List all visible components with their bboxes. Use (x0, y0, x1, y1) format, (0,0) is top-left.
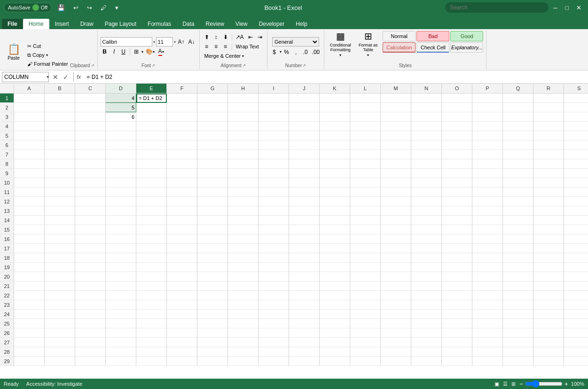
cell-S1[interactable] (564, 93, 588, 103)
cell-S7[interactable] (564, 150, 588, 159)
cell-S17[interactable] (564, 244, 588, 253)
cell-B24[interactable] (45, 310, 75, 319)
cell-J8[interactable] (289, 159, 320, 169)
cell-F8[interactable] (167, 159, 197, 169)
cell-C15[interactable] (75, 225, 106, 234)
cell-S21[interactable] (564, 281, 588, 291)
font-name-dropdown-icon[interactable]: ▾ (153, 40, 155, 44)
cell-I26[interactable] (259, 328, 289, 338)
cell-A27[interactable] (14, 338, 45, 347)
cell-K14[interactable] (320, 216, 350, 225)
cell-N9[interactable] (411, 169, 442, 178)
cell-B5[interactable] (45, 131, 75, 140)
cell-I22[interactable] (259, 291, 289, 300)
cell-D19[interactable] (106, 263, 136, 272)
cell-L26[interactable] (350, 328, 381, 338)
cell-E18[interactable] (136, 253, 167, 263)
cell-L28[interactable] (350, 347, 381, 357)
cell-J27[interactable] (289, 338, 320, 347)
cell-S3[interactable] (564, 112, 588, 122)
italic-button[interactable]: I (110, 47, 118, 56)
cell-L25[interactable] (350, 319, 381, 328)
cell-H29[interactable] (228, 357, 259, 366)
cell-R9[interactable] (533, 169, 564, 178)
cell-K26[interactable] (320, 328, 350, 338)
col-header-E[interactable]: E (136, 84, 167, 93)
font-color-button[interactable]: A ▾ (157, 47, 165, 56)
cell-G17[interactable] (197, 244, 228, 253)
cell-D14[interactable] (106, 216, 136, 225)
cell-R27[interactable] (533, 338, 564, 347)
cell-C29[interactable] (75, 357, 106, 366)
row-num-3[interactable]: 3 (0, 112, 14, 122)
row-num-22[interactable]: 22 (0, 291, 14, 300)
cell-B21[interactable] (45, 281, 75, 291)
cell-E23[interactable] (136, 300, 167, 310)
cell-P23[interactable] (472, 300, 503, 310)
cell-M2[interactable] (381, 103, 411, 112)
cell-R10[interactable] (533, 178, 564, 187)
cell-G24[interactable] (197, 310, 228, 319)
autosave-info-button[interactable]: 🖊 (98, 3, 110, 12)
cell-F2[interactable] (167, 103, 197, 112)
col-header-C[interactable]: C (75, 84, 106, 93)
cell-S16[interactable] (564, 234, 588, 244)
cell-E10[interactable] (136, 178, 167, 187)
row-num-15[interactable]: 15 (0, 225, 14, 234)
cell-D18[interactable] (106, 253, 136, 263)
col-header-J[interactable]: J (289, 84, 320, 93)
cell-R12[interactable] (533, 197, 564, 206)
formula-input[interactable] (85, 74, 586, 80)
cell-A15[interactable] (14, 225, 45, 234)
cell-G10[interactable] (197, 178, 228, 187)
cell-L18[interactable] (350, 253, 381, 263)
cell-E22[interactable] (136, 291, 167, 300)
cell-L13[interactable] (350, 206, 381, 216)
cell-D13[interactable] (106, 206, 136, 216)
cell-F17[interactable] (167, 244, 197, 253)
cell-C23[interactable] (75, 300, 106, 310)
row-num-4[interactable]: 4 (0, 122, 14, 131)
cell-N25[interactable] (411, 319, 442, 328)
row-num-10[interactable]: 10 (0, 178, 14, 187)
cell-G16[interactable] (197, 234, 228, 244)
cell-H28[interactable] (228, 347, 259, 357)
autosave-toggle[interactable]: AutoSave Off (4, 3, 52, 12)
cell-N10[interactable] (411, 178, 442, 187)
increase-decimal-button[interactable]: .0 (301, 48, 310, 56)
cell-M24[interactable] (381, 310, 411, 319)
cell-F22[interactable] (167, 291, 197, 300)
cell-R29[interactable] (533, 357, 564, 366)
cell-O26[interactable] (442, 328, 472, 338)
tab-data[interactable]: Data (177, 19, 200, 29)
cell-I3[interactable] (259, 112, 289, 122)
cell-O11[interactable] (442, 187, 472, 197)
cell-M7[interactable] (381, 150, 411, 159)
align-top-button[interactable]: ⬆ (203, 33, 211, 41)
cell-D7[interactable] (106, 150, 136, 159)
cell-H10[interactable] (228, 178, 259, 187)
cell-S28[interactable] (564, 347, 588, 357)
clipboard-expand-icon[interactable]: ↗ (91, 63, 94, 68)
cell-L1[interactable] (350, 93, 381, 103)
cell-Q4[interactable] (503, 122, 533, 131)
cell-P28[interactable] (472, 347, 503, 357)
cell-L22[interactable] (350, 291, 381, 300)
cell-C24[interactable] (75, 310, 106, 319)
cell-E27[interactable] (136, 338, 167, 347)
cell-K24[interactable] (320, 310, 350, 319)
cell-K4[interactable] (320, 122, 350, 131)
cell-C26[interactable] (75, 328, 106, 338)
cell-K8[interactable] (320, 159, 350, 169)
border-button[interactable]: ⊞ (132, 47, 141, 56)
cell-L29[interactable] (350, 357, 381, 366)
cell-B16[interactable] (45, 234, 75, 244)
cell-K27[interactable] (320, 338, 350, 347)
cell-J13[interactable] (289, 206, 320, 216)
cell-I1[interactable] (259, 93, 289, 103)
cell-R14[interactable] (533, 216, 564, 225)
cell-P29[interactable] (472, 357, 503, 366)
cell-M9[interactable] (381, 169, 411, 178)
cell-P11[interactable] (472, 187, 503, 197)
normal-view-button[interactable]: ▣ (494, 381, 499, 387)
